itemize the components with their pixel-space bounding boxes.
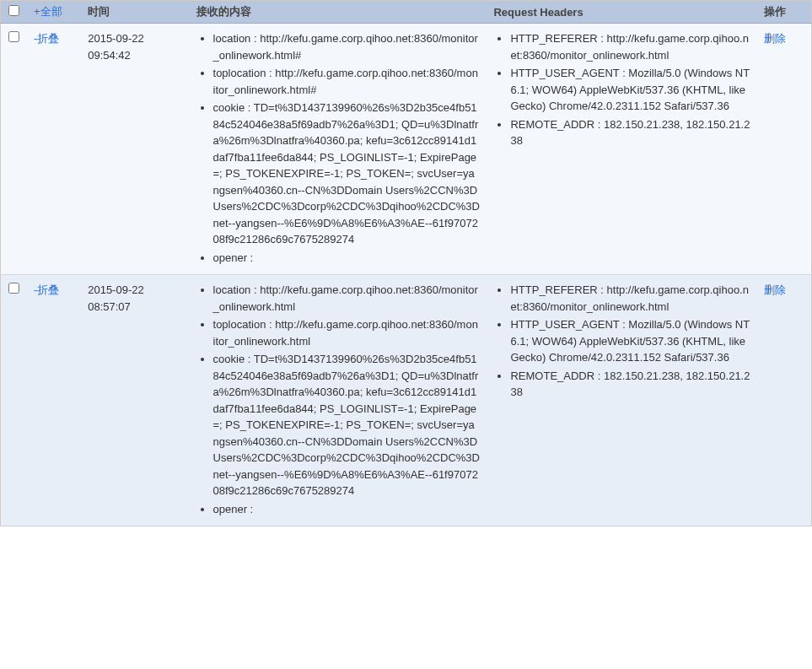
row-fold-cell: -折叠 xyxy=(27,24,81,275)
list-item: opener : xyxy=(213,250,481,267)
list-item: toplocation : http://kefu.game.corp.qiho… xyxy=(213,316,481,349)
fold-link[interactable]: -折叠 xyxy=(34,32,59,45)
list-item: cookie : TD=t%3D1437139960%26s%3D2b35ce4… xyxy=(213,351,481,499)
header-action: 操作 xyxy=(757,1,811,24)
row-content: location : http://kefu.game.corp.qihoo.n… xyxy=(190,24,487,275)
row-headers: HTTP_REFERER : http://kefu.game.corp.qih… xyxy=(487,275,757,526)
content-list: location : http://kefu.game.corp.qihoo.n… xyxy=(196,282,481,517)
list-item: HTTP_USER_AGENT : Mozilla/5.0 (Windows N… xyxy=(510,65,750,115)
delete-link[interactable]: 删除 xyxy=(764,283,786,296)
headers-list: HTTP_REFERER : http://kefu.game.corp.qih… xyxy=(493,282,750,401)
list-item: toplocation : http://kefu.game.corp.qiho… xyxy=(213,65,481,98)
list-item: location : http://kefu.game.corp.qihoo.n… xyxy=(213,30,481,63)
list-item: HTTP_REFERER : http://kefu.game.corp.qih… xyxy=(510,282,750,315)
delete-link[interactable]: 删除 xyxy=(764,32,786,45)
content-list: location : http://kefu.game.corp.qihoo.n… xyxy=(196,30,481,266)
list-item: cookie : TD=t%3D1437139960%26s%3D2b35ce4… xyxy=(213,100,481,248)
table-row: -折叠2015-09-22 08:57:07location : http://… xyxy=(1,275,812,526)
list-item: REMOTE_ADDR : 182.150.21.238, 182.150.21… xyxy=(510,116,750,149)
row-action-cell: 删除 xyxy=(757,275,811,526)
fold-link[interactable]: -折叠 xyxy=(34,283,59,296)
row-checkbox-cell xyxy=(1,275,28,526)
select-all-checkbox[interactable] xyxy=(8,5,19,16)
row-checkbox[interactable] xyxy=(8,283,19,294)
header-content: 接收的内容 xyxy=(190,1,487,24)
list-item: opener : xyxy=(213,501,481,518)
table-header-row: +全部 时间 接收的内容 Request Headers 操作 xyxy=(1,1,812,24)
row-checkbox[interactable] xyxy=(8,31,19,42)
row-time: 2015-09-22 08:57:07 xyxy=(81,275,189,526)
header-select-all-cell: +全部 xyxy=(27,1,81,24)
row-content: location : http://kefu.game.corp.qihoo.n… xyxy=(190,275,487,526)
row-action-cell: 删除 xyxy=(757,24,811,275)
select-all-link[interactable]: +全部 xyxy=(34,5,62,18)
list-item: HTTP_USER_AGENT : Mozilla/5.0 (Windows N… xyxy=(510,316,750,366)
row-checkbox-cell xyxy=(1,24,28,275)
headers-list: HTTP_REFERER : http://kefu.game.corp.qih… xyxy=(493,30,750,149)
header-time: 时间 xyxy=(81,1,189,24)
row-headers: HTTP_REFERER : http://kefu.game.corp.qih… xyxy=(487,24,757,275)
row-fold-cell: -折叠 xyxy=(27,275,81,526)
list-item: REMOTE_ADDR : 182.150.21.238, 182.150.21… xyxy=(510,368,750,401)
list-item: location : http://kefu.game.corp.qihoo.n… xyxy=(213,282,481,315)
table-row: -折叠2015-09-22 09:54:42location : http://… xyxy=(1,24,812,275)
list-item: HTTP_REFERER : http://kefu.game.corp.qih… xyxy=(510,30,750,63)
header-checkbox-cell xyxy=(1,1,28,24)
log-table: +全部 时间 接收的内容 Request Headers 操作 -折叠2015-… xyxy=(0,0,812,526)
header-request-headers: Request Headers xyxy=(487,1,757,24)
row-time: 2015-09-22 09:54:42 xyxy=(81,24,189,275)
